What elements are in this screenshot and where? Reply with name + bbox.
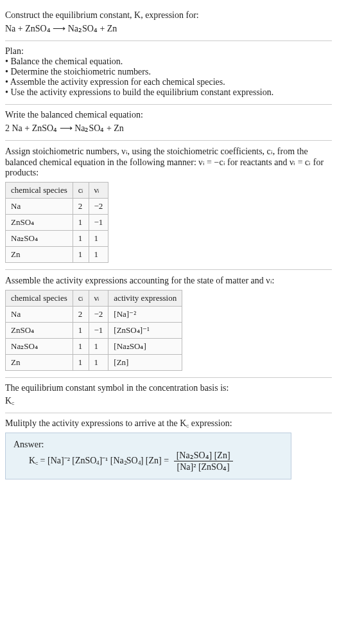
symbol-title: The equilibrium constant symbol in the c…	[5, 383, 332, 393]
cell-species: Na₂SO₄	[6, 231, 73, 247]
problem-title-text: Construct the equilibrium constant, K, e…	[5, 10, 199, 20]
table-row: Na 2 −2	[6, 199, 108, 215]
final-title: Mulitply the activity expressions to arr…	[5, 418, 332, 429]
table-row: Na 2 −2 [Na]⁻²	[6, 307, 182, 323]
table-row: Zn 1 1	[6, 247, 108, 263]
activity-section: Assemble the activity expressions accoun…	[5, 270, 332, 378]
balanced-equation: 2 Na + ZnSO₄ ⟶ Na₂SO₄ + Zn	[5, 123, 332, 134]
answer-box: Answer: K꜀ = [Na]⁻² [ZnSO₄]⁻¹ [Na₂SO₄] […	[5, 433, 291, 479]
cell-activity: [Na]⁻²	[108, 307, 182, 323]
activity-table: chemical species cᵢ νᵢ activity expressi…	[5, 290, 182, 371]
balanced-title: Write the balanced chemical equation:	[5, 110, 332, 120]
cell-species: Na	[6, 307, 73, 323]
cell-ci: 1	[73, 231, 89, 247]
cell-species: ZnSO₄	[6, 323, 73, 339]
cell-vi: −1	[89, 215, 108, 231]
cell-ci: 2	[73, 199, 89, 215]
table-row: Zn 1 1 [Zn]	[6, 355, 182, 371]
cell-activity: [Na₂SO₄]	[108, 339, 182, 355]
cell-ci: 1	[73, 339, 89, 355]
table-header-row: chemical species cᵢ νᵢ activity expressi…	[6, 291, 182, 307]
table-header-row: chemical species cᵢ νᵢ	[6, 183, 108, 199]
col-activity: activity expression	[108, 291, 182, 307]
cell-activity: [Zn]	[108, 355, 182, 371]
plan-bullet-4: • Use the activity expressions to build …	[5, 87, 332, 98]
cell-vi: −1	[89, 323, 108, 339]
kc-numerator: [Na₂SO₄] [Zn]	[174, 450, 233, 461]
cell-vi: −2	[89, 307, 108, 323]
kc-fraction: [Na₂SO₄] [Zn] [Na]² [ZnSO₄]	[174, 450, 233, 472]
col-species: chemical species	[6, 291, 73, 307]
cell-vi: 1	[89, 355, 108, 371]
unbalanced-equation: Na + ZnSO₄ ⟶ Na₂SO₄ + Zn	[5, 23, 332, 34]
plan-bullet-2: • Determine the stoichiometric numbers.	[5, 67, 332, 77]
cell-vi: 1	[89, 231, 108, 247]
problem-statement: Construct the equilibrium constant, K, e…	[5, 5, 332, 41]
balanced-equation-section: Write the balanced chemical equation: 2 …	[5, 105, 332, 141]
kc-denominator: [Na]² [ZnSO₄]	[174, 461, 233, 472]
stoichiometry-section: Assign stoichiometric numbers, νᵢ, using…	[5, 141, 332, 270]
kc-symbol: K꜀	[5, 396, 332, 406]
table-row: Na₂SO₄ 1 1	[6, 231, 108, 247]
cell-species: Zn	[6, 355, 73, 371]
problem-title: Construct the equilibrium constant, K, e…	[5, 10, 332, 21]
cell-ci: 2	[73, 307, 89, 323]
cell-species: Na₂SO₄	[6, 339, 73, 355]
table-row: Na₂SO₄ 1 1 [Na₂SO₄]	[6, 339, 182, 355]
cell-species: ZnSO₄	[6, 215, 73, 231]
col-ci: cᵢ	[73, 291, 89, 307]
stoichiometry-text: Assign stoichiometric numbers, νᵢ, using…	[5, 146, 332, 178]
activity-title: Assemble the activity expressions accoun…	[5, 275, 332, 286]
cell-species: Na	[6, 199, 73, 215]
symbol-section: The equilibrium constant symbol in the c…	[5, 378, 332, 413]
cell-ci: 1	[73, 247, 89, 263]
cell-activity: [ZnSO₄]⁻¹	[108, 323, 182, 339]
col-vi: νᵢ	[89, 291, 108, 307]
table-row: ZnSO₄ 1 −1	[6, 215, 108, 231]
cell-vi: 1	[89, 247, 108, 263]
stoichiometry-table: chemical species cᵢ νᵢ Na 2 −2 ZnSO₄ 1 −…	[5, 182, 108, 263]
cell-ci: 1	[73, 323, 89, 339]
plan-title: Plan:	[5, 46, 332, 57]
col-ci: cᵢ	[73, 183, 89, 199]
final-expression-section: Mulitply the activity expressions to arr…	[5, 413, 332, 486]
plan-section: Plan: • Balance the chemical equation. •…	[5, 41, 332, 105]
cell-species: Zn	[6, 247, 73, 263]
plan-bullet-1: • Balance the chemical equation.	[5, 57, 332, 67]
cell-vi: −2	[89, 199, 108, 215]
col-vi: νᵢ	[89, 183, 108, 199]
cell-vi: 1	[89, 339, 108, 355]
kc-lhs: K꜀ = [Na]⁻² [ZnSO₄]⁻¹ [Na₂SO₄] [Zn] =	[29, 456, 171, 465]
col-species: chemical species	[6, 183, 73, 199]
cell-ci: 1	[73, 355, 89, 371]
cell-ci: 1	[73, 215, 89, 231]
answer-label: Answer:	[13, 440, 283, 450]
table-row: ZnSO₄ 1 −1 [ZnSO₄]⁻¹	[6, 323, 182, 339]
kc-expression: K꜀ = [Na]⁻² [ZnSO₄]⁻¹ [Na₂SO₄] [Zn] = [N…	[29, 450, 283, 472]
plan-bullet-3: • Assemble the activity expression for e…	[5, 77, 332, 87]
